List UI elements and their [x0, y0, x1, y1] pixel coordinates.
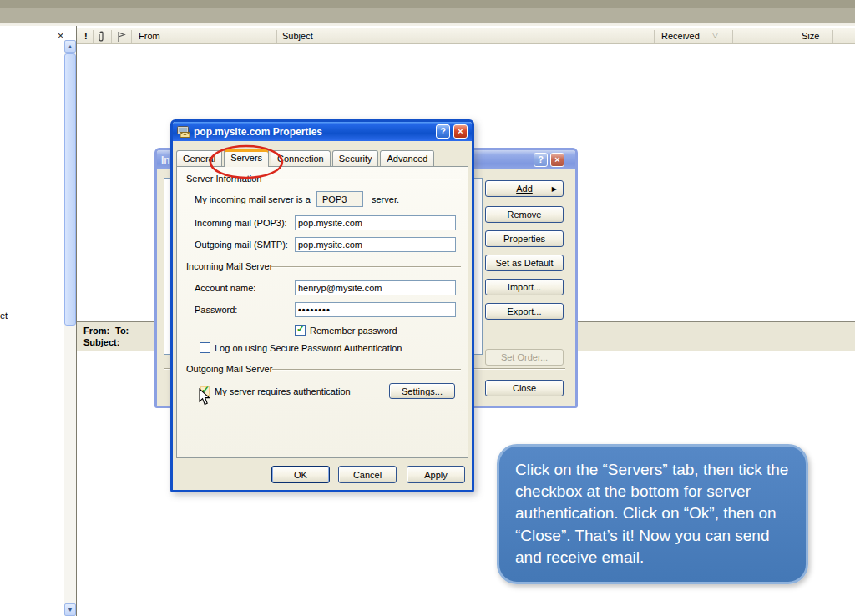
server-information-caption: Server Information	[186, 174, 261, 184]
preview-to-label: To:	[115, 326, 129, 336]
flag-icon[interactable]	[116, 31, 126, 43]
import-button[interactable]: Import...	[485, 279, 564, 295]
add-button[interactable]: Add ▶	[485, 180, 564, 197]
column-size[interactable]: Size	[802, 31, 819, 41]
ok-button[interactable]: OK	[271, 466, 330, 483]
remove-button[interactable]: Remove	[485, 206, 564, 223]
column-separator	[732, 30, 733, 43]
scrollbar-thumb[interactable]	[64, 53, 76, 326]
instruction-text: Click on the “Servers” tab, then tick th…	[515, 461, 788, 566]
account-name-label: Account name:	[195, 283, 255, 293]
help-icon[interactable]: ?	[534, 153, 548, 167]
screen: × et ▲ ▼ ! From Subject Received ▽ Size …	[0, 0, 855, 616]
group-line	[265, 179, 461, 180]
attachment-icon[interactable]	[97, 31, 107, 43]
scroll-up-icon[interactable]: ▲	[64, 40, 76, 53]
column-separator	[111, 30, 112, 43]
column-separator	[654, 30, 655, 43]
column-separator	[276, 30, 277, 43]
folder-label-partial: et	[0, 311, 8, 321]
tab-strip: General Servers Connection Security Adva…	[176, 150, 436, 167]
mouse-cursor	[199, 388, 210, 406]
server-auth-label[interactable]: My server requires authentication	[215, 386, 351, 396]
column-separator	[131, 30, 132, 43]
settings-button[interactable]: Settings...	[389, 383, 455, 399]
tab-security[interactable]: Security	[332, 150, 379, 166]
column-priority-icon[interactable]: !	[84, 31, 88, 41]
spa-label[interactable]: Log on using Secure Password Authenticat…	[215, 343, 402, 353]
column-subject[interactable]: Subject	[282, 31, 313, 41]
properties-dialog: pop.mysite.com Properties ? × General Se…	[170, 119, 474, 492]
scroll-down-icon[interactable]: ▼	[64, 603, 76, 616]
properties-button[interactable]: Properties	[485, 230, 564, 247]
properties-titlebar[interactable]: pop.mysite.com Properties ? ×	[173, 122, 472, 141]
column-from[interactable]: From	[139, 31, 160, 41]
close-button[interactable]: Close	[485, 380, 564, 396]
servers-tab-page: Server Information My incoming mail serv…	[176, 166, 468, 458]
incoming-mail-server-caption: Incoming Mail Server	[186, 261, 272, 271]
column-received[interactable]: Received	[661, 31, 700, 41]
checkmark-icon: ✓	[296, 323, 305, 335]
message-list-header: ! From Subject Received ▽ Size	[77, 28, 855, 44]
add-menu-arrow-icon: ▶	[552, 185, 557, 193]
outgoing-mail-label: Outgoing mail (SMTP):	[195, 240, 288, 250]
incoming-type-label: My incoming mail server is a	[195, 194, 311, 204]
account-name-input[interactable]	[295, 280, 456, 295]
spa-checkbox[interactable]	[200, 342, 210, 353]
apply-button[interactable]: Apply	[407, 466, 465, 483]
remember-password-checkbox[interactable]: ✓	[295, 325, 306, 336]
password-label: Password:	[195, 305, 237, 315]
tab-general[interactable]: General	[176, 150, 222, 166]
group-line	[272, 369, 461, 371]
column-separator	[832, 30, 833, 43]
mail-account-icon	[177, 126, 190, 138]
tab-connection[interactable]: Connection	[271, 150, 331, 166]
set-order-button[interactable]: Set Order...	[485, 349, 564, 366]
close-icon[interactable]: ×	[453, 124, 468, 139]
preview-subject-label: Subject:	[83, 337, 119, 347]
outgoing-mail-server-caption: Outgoing Mail Server	[186, 364, 272, 374]
close-icon[interactable]: ×	[550, 153, 564, 167]
sort-descending-icon: ▽	[712, 31, 718, 39]
instruction-callout: Click on the “Servers” tab, then tick th…	[497, 444, 808, 584]
folder-pane-scrollbar[interactable]: ▲ ▼	[64, 40, 76, 616]
preview-from-label: From:	[83, 326, 109, 336]
add-button-label: Add	[516, 184, 533, 194]
incoming-mail-label: Incoming mail (POP3):	[195, 218, 287, 228]
outgoing-mail-input[interactable]	[295, 237, 456, 252]
incoming-mail-input[interactable]	[295, 215, 456, 230]
set-as-default-button[interactable]: Set as Default	[485, 255, 564, 271]
group-line	[271, 266, 461, 268]
properties-title: pop.mysite.com Properties	[194, 126, 322, 138]
tab-servers[interactable]: Servers	[224, 149, 269, 167]
toolbar-band	[0, 0, 855, 26]
cancel-button[interactable]: Cancel	[338, 466, 397, 483]
incoming-type-suffix: server.	[372, 194, 399, 204]
tab-advanced[interactable]: Advanced	[380, 150, 434, 166]
column-separator	[93, 30, 94, 43]
help-icon[interactable]: ?	[436, 124, 450, 139]
remember-password-label[interactable]: Remember password	[310, 326, 397, 336]
export-button[interactable]: Export...	[485, 303, 564, 320]
incoming-type-value-box: POP3	[316, 191, 363, 207]
password-input[interactable]	[295, 302, 456, 317]
